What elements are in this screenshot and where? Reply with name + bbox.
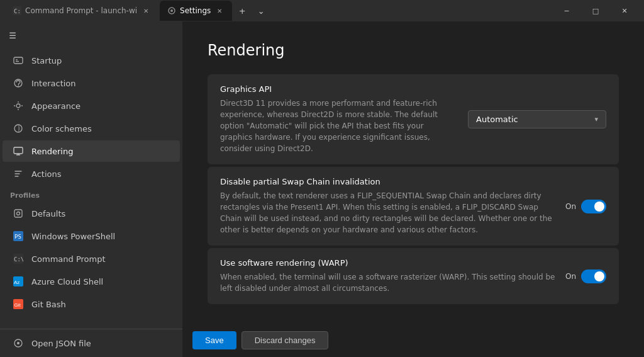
tab-settings[interactable]: Settings ✕ — [160, 1, 232, 21]
close-button[interactable]: ✕ — [610, 0, 639, 21]
sidebar-item-powershell[interactable]: PS Windows PowerShell — [3, 225, 180, 247]
new-tab-button[interactable]: + — [233, 2, 251, 20]
tab2-label: Settings — [180, 6, 211, 15]
software-rendering-title: Use software rendering (WARP) — [220, 258, 555, 268]
svg-rect-18 — [14, 210, 22, 217]
sidebar-bottom: Open JSON file — [0, 329, 182, 354]
gitbash-icon: Git — [13, 298, 24, 310]
sidebar-item-open-json-label: Open JSON file — [31, 339, 91, 348]
sidebar-item-cmd[interactable]: C:\ Command Prompt — [3, 248, 180, 269]
sidebar-item-appearance[interactable]: Appearance — [3, 95, 180, 116]
cmd-icon: C:\ — [13, 253, 24, 264]
sidebar-hamburger-button[interactable]: ☰ — [0, 24, 25, 47]
disable-partial-swap-toggle[interactable] — [581, 200, 606, 213]
sidebar-item-defaults-label: Defaults — [31, 209, 65, 218]
sidebar-item-startup-label: Startup — [31, 56, 62, 65]
titlebar-tabs: C: Command Prompt - launch-wi ✕ Settings… — [5, 1, 552, 21]
svg-text:Git: Git — [14, 302, 21, 308]
azure-icon: Az — [13, 276, 24, 287]
svg-rect-4 — [14, 57, 23, 64]
interaction-icon — [13, 77, 24, 89]
sidebar-item-gitbash[interactable]: Git Git Bash — [3, 293, 180, 315]
profiles-section-label: Profiles — [0, 185, 182, 202]
open-json-icon — [13, 337, 24, 349]
sidebar-item-interaction-label: Interaction — [31, 79, 76, 88]
tab1-label: Command Prompt - launch-wi — [25, 6, 137, 15]
dropdown-arrow-icon: ▾ — [594, 115, 598, 123]
rendering-icon — [13, 145, 24, 157]
tab-command-prompt[interactable]: C: Command Prompt - launch-wi ✕ — [5, 1, 158, 21]
graphics-api-info: Graphics API Direct3D 11 provides a more… — [220, 84, 458, 154]
tab-dropdown-button[interactable]: ⌄ — [252, 2, 270, 20]
color-schemes-icon — [13, 123, 24, 134]
sidebar-item-rendering-label: Rendering — [31, 147, 73, 156]
sidebar-item-appearance-label: Appearance — [31, 101, 80, 111]
svg-text:C:: C: — [14, 8, 21, 14]
svg-text:C:\: C:\ — [14, 256, 23, 263]
footer: Save Discard changes — [182, 324, 644, 357]
disable-partial-swap-desc: By default, the text renderer uses a FLI… — [220, 190, 555, 235]
appearance-icon — [13, 100, 24, 111]
svg-point-3 — [170, 9, 173, 12]
svg-rect-15 — [14, 147, 23, 154]
svg-text:PS: PS — [14, 234, 21, 240]
software-rendering-card: Use software rendering (WARP) When enabl… — [208, 248, 619, 304]
sidebar-item-defaults[interactable]: Defaults — [3, 203, 180, 224]
window-controls: ─ □ ✕ — [552, 0, 639, 21]
startup-icon — [13, 55, 24, 66]
graphics-api-control: Automatic ▾ — [468, 110, 606, 128]
software-rendering-info: Use software rendering (WARP) When enabl… — [220, 258, 555, 294]
disable-partial-swap-toggle-label: On — [565, 202, 576, 211]
defaults-icon — [13, 208, 24, 219]
sidebar-item-azure-label: Azure Cloud Shell — [31, 277, 103, 286]
graphics-api-title: Graphics API — [220, 84, 458, 94]
sidebar-item-cmd-label: Command Prompt — [31, 254, 106, 264]
sidebar-item-open-json[interactable]: Open JSON file — [3, 332, 180, 354]
sidebar-item-interaction[interactable]: Interaction — [3, 72, 180, 94]
svg-point-29 — [17, 342, 19, 344]
sidebar-item-color-schemes-label: Color schemes — [31, 124, 92, 133]
sidebar-item-actions[interactable]: Actions — [3, 163, 180, 184]
maximize-button[interactable]: □ — [581, 0, 610, 21]
graphics-api-desc: Direct3D 11 provides a more performant a… — [220, 98, 458, 154]
tab1-close-btn[interactable]: ✕ — [141, 6, 151, 16]
app-body: ☰ Startup Interaction — [0, 21, 644, 357]
software-rendering-control: On — [565, 269, 606, 283]
software-rendering-toggle-label: On — [565, 272, 576, 281]
disable-partial-swap-control: On — [565, 200, 606, 213]
powershell-icon: PS — [13, 230, 24, 242]
settings-tab-icon — [167, 6, 176, 15]
software-rendering-desc: When enabled, the terminal will use a so… — [220, 271, 555, 294]
software-rendering-toggle[interactable] — [581, 269, 606, 283]
sidebar-item-color-schemes[interactable]: Color schemes — [3, 118, 180, 139]
sidebar-item-azure[interactable]: Az Azure Cloud Shell — [3, 271, 180, 292]
sidebar-item-powershell-label: Windows PowerShell — [31, 232, 115, 241]
svg-point-8 — [18, 86, 19, 87]
disable-partial-swap-card: Disable partial Swap Chain invalidation … — [208, 167, 619, 246]
titlebar: C: Command Prompt - launch-wi ✕ Settings… — [0, 0, 644, 21]
disable-partial-swap-info: Disable partial Swap Chain invalidation … — [220, 177, 555, 235]
svg-text:Az: Az — [14, 280, 19, 285]
sidebar-item-actions-label: Actions — [31, 169, 62, 179]
cmd-tab-icon: C: — [13, 6, 21, 15]
tab2-close-btn[interactable]: ✕ — [214, 6, 225, 16]
save-button[interactable]: Save — [192, 331, 236, 349]
discard-changes-button[interactable]: Discard changes — [242, 331, 329, 349]
main-content: Rendering Graphics API Direct3D 11 provi… — [182, 21, 644, 357]
graphics-api-value: Automatic — [476, 115, 594, 124]
disable-partial-swap-title: Disable partial Swap Chain invalidation — [220, 177, 555, 186]
page-title: Rendering — [208, 42, 619, 59]
sidebar: ☰ Startup Interaction — [0, 21, 182, 357]
sidebar-item-rendering[interactable]: Rendering — [3, 140, 180, 162]
actions-icon — [13, 168, 24, 179]
graphics-api-dropdown[interactable]: Automatic ▾ — [468, 110, 606, 128]
sidebar-item-gitbash-label: Git Bash — [31, 300, 66, 309]
svg-point-19 — [17, 212, 20, 215]
minimize-button[interactable]: ─ — [552, 0, 581, 21]
graphics-api-card: Graphics API Direct3D 11 provides a more… — [208, 74, 619, 164]
sidebar-item-startup[interactable]: Startup — [3, 50, 180, 71]
svg-point-9 — [16, 104, 20, 108]
